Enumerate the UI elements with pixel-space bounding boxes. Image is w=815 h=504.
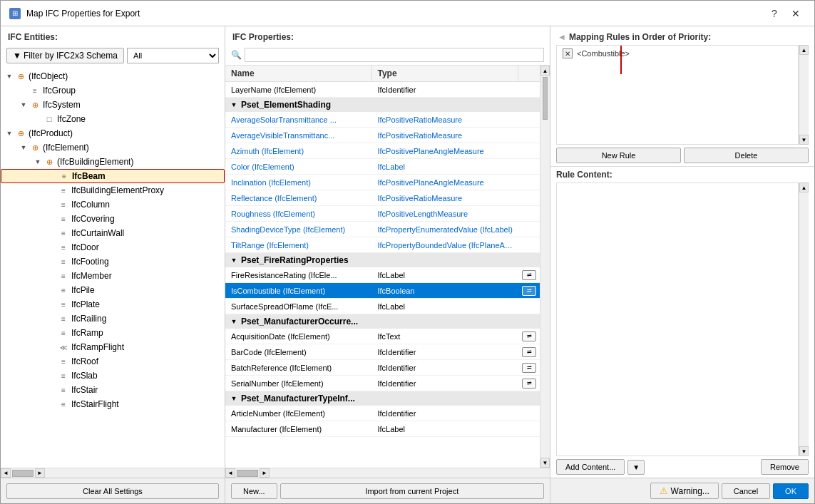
tree-item-ifc-stair-flight[interactable]: ▶ ≡ IfcStairFlight <box>1 397 225 411</box>
expand-ifc-beam[interactable]: ▶ <box>47 170 58 182</box>
middle-scroll-down[interactable]: ▼ <box>540 458 550 468</box>
rule-checkbox-combustible[interactable]: ✕ <box>563 48 573 58</box>
tree-item-ifc-curtain-wall[interactable]: ▶ ≡ IfcCurtainWall <box>1 226 225 240</box>
expand-ifc-product[interactable]: ▼ <box>4 128 15 139</box>
middle-scroll-right[interactable]: ► <box>260 468 270 478</box>
prop-row-solar[interactable]: AverageSolarTransmittance ... IfcPositiv… <box>225 112 540 128</box>
prop-link-serial[interactable]: ⇌ <box>518 379 540 389</box>
tree-item-ifc-ramp-flight[interactable]: ▶ ≪ IfcRampFlight <box>1 340 225 354</box>
tree-item-ifc-system[interactable]: ▼ ⊕ IfcSystem <box>1 98 225 112</box>
prop-row-surface-spread[interactable]: SurfaceSpreadOfFlame (IfcE... IfcLabel <box>225 299 540 314</box>
props-table[interactable]: Name Type LayerName (IfcElement) IfcIden… <box>225 66 540 468</box>
prop-link-acquisition[interactable]: ⇌ <box>518 331 540 341</box>
middle-scroll-thumb[interactable] <box>543 77 548 120</box>
prop-link-combustible[interactable]: ⇌ <box>518 286 540 296</box>
expand-ifc-system[interactable]: ▼ <box>18 99 29 110</box>
tree-item-ifc-slab[interactable]: ▶ ≡ IfcSlab <box>1 369 225 383</box>
help-button[interactable]: ? <box>764 5 784 22</box>
link-icon-fire[interactable]: ⇌ <box>522 270 536 280</box>
tree-item-ifc-stair[interactable]: ▶ ≡ IfcStair <box>1 383 225 397</box>
tree-item-ifc-footing[interactable]: ▶ ≡ IfcFooting <box>1 254 225 269</box>
tree-item-ifc-beam[interactable]: ▶ ≡ IfcBeam <box>1 169 225 183</box>
tree-item-ifc-element[interactable]: ▼ ⊕ (IfcElement) <box>1 140 225 155</box>
expand-ifc-column[interactable]: ▶ <box>46 199 58 210</box>
new-rule-button[interactable]: New Rule <box>556 148 681 163</box>
link-icon-acquisition[interactable]: ⇌ <box>522 331 536 341</box>
expand-ifc-covering[interactable]: ▶ <box>46 213 58 225</box>
new-button[interactable]: New... <box>231 483 277 499</box>
tree-item-ifc-ramp[interactable]: ▶ ≡ IfcRamp <box>1 326 225 340</box>
filter-schema-button[interactable]: ▼ Filter by IFC2x3 Schema <box>6 48 124 63</box>
tree-item-ifc-door[interactable]: ▶ ≡ IfcDoor <box>1 240 225 254</box>
middle-scroll-left[interactable]: ◄ <box>225 468 235 478</box>
expand-ifc-building-proxy[interactable]: ▶ <box>46 185 58 196</box>
rule-content-scroll-up[interactable]: ▲ <box>799 182 809 192</box>
expand-ifc-ramp-flight[interactable]: ▶ <box>46 341 58 353</box>
expand-ifc-stair[interactable]: ▶ <box>46 384 58 396</box>
close-button[interactable]: ✕ <box>786 5 806 22</box>
prop-row-visible[interactable]: AverageVisibleTransmittanc... IfcPositiv… <box>225 128 540 143</box>
tree-item-ifc-pile[interactable]: ▶ ≡ IfcPile <box>1 283 225 297</box>
tree-item-ifc-plate[interactable]: ▶ ≡ IfcPlate <box>1 297 225 312</box>
tree-item-ifc-object[interactable]: ▼ ⊕ (IfcObject) <box>1 69 225 83</box>
tree-item-ifc-column[interactable]: ▶ ≡ IfcColumn <box>1 197 225 212</box>
warning-button[interactable]: ⚠ Warning... <box>650 483 719 499</box>
tree-item-ifc-building-element[interactable]: ▼ ⊕ (IfcBuildingElement) <box>1 155 225 169</box>
group-pset-manufacturer-type[interactable]: ▼ Pset_ManufacturerTypeInf... <box>225 391 540 406</box>
expand-ifc-railing[interactable]: ▶ <box>46 313 58 324</box>
tree-item-ifc-railing[interactable]: ▶ ≡ IfcRailing <box>1 312 225 326</box>
expand-ifc-element[interactable]: ▼ <box>18 142 29 153</box>
rule-content-scroll-down[interactable]: ▼ <box>799 446 809 456</box>
filter-select[interactable]: All <box>127 48 219 63</box>
rule-item-combustible[interactable]: ✕ <Combustible> <box>557 46 798 61</box>
expand-ifc-plate[interactable]: ▶ <box>46 299 58 310</box>
import-button[interactable]: Import from current Project <box>280 483 544 499</box>
group-pset-fire-rating[interactable]: ▼ Pset_FireRatingProperties <box>225 253 540 267</box>
tree-item-ifc-product[interactable]: ▼ ⊕ (IfcProduct) <box>1 126 225 140</box>
tree-item-ifc-building-proxy[interactable]: ▶ ≡ IfcBuildingElementProxy <box>1 183 225 197</box>
prop-link-barcode[interactable]: ⇌ <box>518 347 540 357</box>
expand-ifc-curtain-wall[interactable]: ▶ <box>46 227 58 239</box>
prop-row-inclination[interactable]: Inclination (IfcElement) IfcPositivePlan… <box>225 175 540 190</box>
rules-scroll-up[interactable]: ▲ <box>799 45 809 55</box>
link-icon-barcode[interactable]: ⇌ <box>522 347 536 357</box>
left-scroll-thumb-h[interactable] <box>12 470 34 477</box>
prop-row-color[interactable]: Color (IfcElement) IfcLabel <box>225 159 540 175</box>
add-content-button[interactable]: Add Content... <box>556 459 625 475</box>
expand-ifc-ramp[interactable]: ▶ <box>46 327 58 339</box>
prop-row-reflectance[interactable]: Reflectance (IfcElement) IfcPositiveRati… <box>225 190 540 206</box>
tree-item-ifc-covering[interactable]: ▶ ≡ IfcCovering <box>1 212 225 226</box>
left-scroll-left[interactable]: ◄ <box>1 468 11 478</box>
search-input[interactable] <box>245 48 544 62</box>
tree-container[interactable]: ▼ ⊕ (IfcObject) ▶ ≡ IfcGroup ▼ ⊕ IfcSyst… <box>1 66 225 468</box>
expand-ifc-stair-flight[interactable]: ▶ <box>46 398 58 410</box>
cancel-button[interactable]: Cancel <box>722 483 770 499</box>
middle-scroll-thumb-h[interactable] <box>237 470 258 477</box>
delete-rule-button[interactable]: Delete <box>684 148 809 163</box>
expand-ifc-footing[interactable]: ▶ <box>46 256 58 267</box>
rules-scroll-down[interactable]: ▼ <box>799 135 809 145</box>
expand-ifc-door[interactable]: ▶ <box>46 242 58 253</box>
expand-ifc-member[interactable]: ▶ <box>46 270 58 282</box>
prop-row-azimuth[interactable]: Azimuth (IfcElement) IfcPositivePlaneAng… <box>225 143 540 159</box>
prop-row-acquisition[interactable]: AcquisitionDate (IfcElement) IfcText ⇌ <box>225 329 540 344</box>
expand-ifc-zone[interactable]: ▶ <box>32 113 43 125</box>
clear-all-button[interactable]: Clear All Settings <box>6 483 219 499</box>
link-icon-batch[interactable]: ⇌ <box>522 363 536 373</box>
expand-ifc-building-element[interactable]: ▼ <box>32 156 43 168</box>
group-pset-element-shading[interactable]: ▼ Pset_ElementShading <box>225 98 540 112</box>
prop-link-fire-resistance[interactable]: ⇌ <box>518 270 540 280</box>
expand-ifc-slab[interactable]: ▶ <box>46 370 58 381</box>
prop-row-barcode[interactable]: BarCode (IfcElement) IfcIdentifier ⇌ <box>225 344 540 360</box>
add-content-dropdown[interactable]: ▼ <box>627 460 645 475</box>
group-pset-manufacturer-occur[interactable]: ▼ Pset_ManufacturerOccurre... <box>225 314 540 329</box>
prop-row-fire-resistance[interactable]: FireResistanceRating (IfcEle... IfcLabel… <box>225 267 540 283</box>
tree-item-ifc-member[interactable]: ▶ ≡ IfcMember <box>1 269 225 283</box>
tree-item-ifc-zone[interactable]: ▶ □ IfcZone <box>1 112 225 126</box>
tree-item-ifc-group[interactable]: ▶ ≡ IfcGroup <box>1 83 225 98</box>
prop-row-roughness[interactable]: Roughness (IfcElement) IfcPositiveLength… <box>225 206 540 222</box>
link-icon-combustible[interactable]: ⇌ <box>522 286 536 296</box>
remove-button[interactable]: Remove <box>761 459 809 475</box>
ok-button[interactable]: OK <box>773 483 809 499</box>
rules-list[interactable]: ✕ <Combustible> <box>556 45 799 145</box>
